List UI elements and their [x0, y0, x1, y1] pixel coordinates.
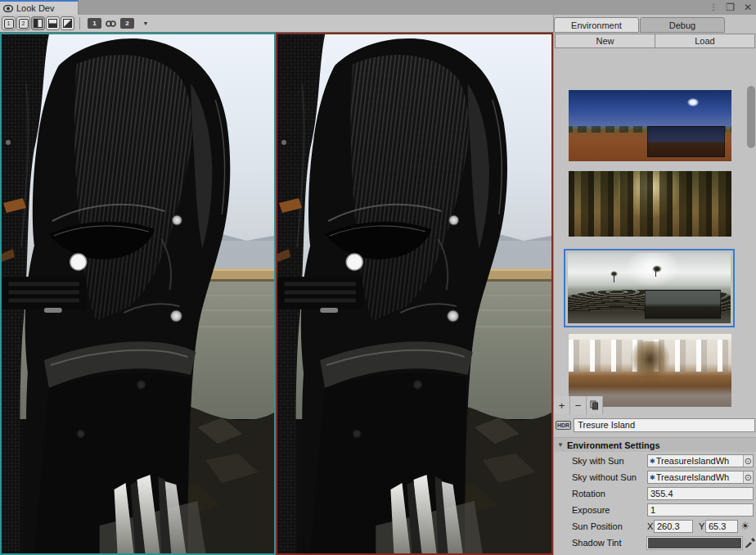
camera-options-dropdown[interactable]: ▼ — [140, 20, 151, 26]
link-cameras-button[interactable] — [106, 20, 116, 28]
sky-with-sun-row: Sky with Sun ✱ TreasureIslandWh ⊙ — [554, 454, 756, 467]
side-by-side-view-button[interactable] — [31, 16, 45, 30]
object-picker-icon[interactable]: ⊙ — [743, 455, 753, 467]
lookdev-toolbar: 1 2 1 — [0, 15, 553, 33]
tab-debug[interactable]: Debug — [640, 17, 725, 33]
environment-panel: Environment Debug New Load — [553, 15, 756, 555]
camera-2-button[interactable]: 2 — [120, 18, 134, 29]
x-axis-label: X — [647, 521, 653, 531]
sky-with-sun-object-field[interactable]: ✱ TreasureIslandWh ⊙ — [647, 454, 754, 467]
hdri-thumbnail-forest[interactable] — [569, 171, 731, 237]
hdri-list-toolbar: + − — [554, 396, 603, 414]
sky-without-sun-row: Sky without Sun ✱ TreasureIslandWh ⊙ — [554, 471, 756, 484]
hdri-inset-preview — [647, 126, 726, 158]
sun-position-y-field[interactable] — [705, 520, 738, 533]
sun-position-picker-icon[interactable]: ☀ — [740, 520, 750, 533]
single-view-2-button[interactable]: 2 — [16, 16, 30, 30]
cubemap-asset-icon: ✱ — [650, 458, 655, 465]
hdri-thumbnail-sunny-outback[interactable] — [569, 90, 731, 161]
environment-settings-section: ▼ Environment Settings Sky with Sun ✱ Tr… — [554, 437, 756, 555]
duplicate-hdri-button[interactable] — [587, 396, 603, 414]
exposure-field[interactable] — [647, 503, 754, 517]
add-hdri-button[interactable]: + — [554, 396, 570, 414]
palm-tree — [652, 265, 662, 273]
load-button[interactable]: Load — [655, 34, 755, 48]
window-menu-icon[interactable]: ⋮ — [709, 3, 717, 11]
rotation-row: Rotation — [554, 487, 756, 500]
duplicate-icon — [590, 400, 599, 410]
rotation-field[interactable] — [647, 487, 754, 500]
foldout-arrow-icon: ▼ — [557, 441, 564, 449]
chain-link-icon — [106, 20, 116, 28]
camera-1-button[interactable]: 1 — [88, 18, 101, 29]
hdr-badge: HDR — [556, 421, 571, 430]
cubemap-asset-icon: ✱ — [650, 474, 655, 481]
exposure-row: Exposure — [554, 503, 756, 517]
look-dev-window: Look Dev ⋮ ❐ ✕ 1 2 — [0, 0, 756, 555]
hdri-thumbnail-treasure-island-selected[interactable] — [564, 249, 735, 327]
horizontal-split-icon — [48, 19, 57, 28]
tab-environment[interactable]: Environment — [554, 17, 639, 33]
sky-without-sun-object-field[interactable]: ✱ TreasureIslandWh ⊙ — [647, 471, 754, 484]
hdr-name-row: HDR — [556, 417, 755, 432]
window-tab-look-dev[interactable]: Look Dev — [0, 0, 79, 15]
hdri-inset-preview — [645, 290, 722, 319]
window-title: Look Dev — [16, 3, 54, 13]
toolbar-separator — [79, 17, 80, 29]
close-icon[interactable]: ✕ — [744, 2, 752, 12]
hdr-name-field[interactable] — [574, 418, 755, 432]
split-view-button[interactable] — [46, 16, 60, 30]
palm-tree — [610, 271, 618, 277]
remove-hdri-button[interactable]: − — [570, 396, 587, 414]
maximize-icon[interactable]: ❐ — [726, 2, 735, 12]
render-view-2[interactable] — [276, 33, 553, 555]
diagonal-split-icon — [63, 19, 72, 28]
new-button[interactable]: New — [555, 34, 655, 48]
vertical-split-icon — [34, 19, 43, 28]
shadow-tint-color-swatch[interactable] — [647, 537, 742, 549]
object-picker-icon[interactable]: ⊙ — [743, 472, 753, 483]
hdri-list — [554, 49, 756, 414]
shadow-tint-row: Shadow Tint — [554, 536, 756, 549]
sun-glow — [687, 98, 699, 106]
sun-position-row: Sun Position X Y ☀ — [554, 520, 756, 533]
single-view-1-button[interactable]: 1 — [2, 16, 16, 30]
eyedropper-icon[interactable] — [745, 537, 755, 548]
render-view-1[interactable] — [0, 33, 276, 555]
environment-settings-header[interactable]: ▼ Environment Settings — [554, 437, 756, 452]
hdri-list-scrollbar[interactable] — [747, 86, 755, 148]
render-viewport — [0, 33, 553, 555]
y-axis-label: Y — [699, 521, 704, 531]
sun-position-x-field[interactable] — [654, 520, 693, 533]
titlebar: Look Dev ⋮ ❐ ✕ — [0, 0, 756, 15]
look-dev-eye-icon — [3, 5, 13, 12]
zone-view-button[interactable] — [61, 16, 74, 30]
